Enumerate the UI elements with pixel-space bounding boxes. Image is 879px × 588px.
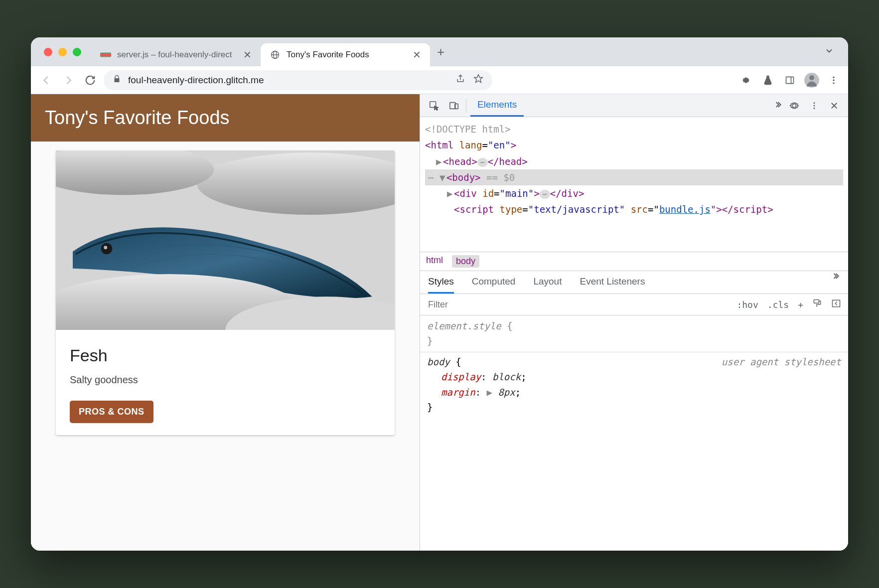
devtools-menu-icon[interactable]: [806, 98, 822, 114]
svg-point-11: [833, 82, 834, 84]
computed-sidebar-icon[interactable]: [831, 298, 841, 310]
bookmark-star-icon[interactable]: [473, 74, 483, 86]
tab-title: server.js – foul-heavenly-direct: [117, 50, 237, 60]
window-controls: [44, 48, 81, 56]
url-text: foul-heavenly-direction.glitch.me: [128, 75, 264, 86]
new-tab-button[interactable]: +: [437, 44, 444, 60]
svg-point-10: [833, 79, 834, 81]
devtools-tab-elements[interactable]: Elements: [470, 94, 524, 117]
doctype-line: <!DOCTYPE html>: [425, 124, 511, 135]
breadcrumb-html[interactable]: html: [426, 255, 443, 268]
tab-bar: server.js – foul-heavenly-direct ✕ Tony'…: [31, 37, 848, 66]
devtools-panel: Elements <!DOCTYPE html> <html lang="en"…: [420, 94, 848, 551]
more-styles-tabs-icon[interactable]: [830, 271, 840, 294]
close-window-button[interactable]: [44, 48, 52, 56]
minimize-window-button[interactable]: [58, 48, 67, 56]
more-tabs-icon[interactable]: [772, 100, 782, 112]
maximize-window-button[interactable]: [73, 48, 81, 56]
browser-window: server.js – foul-heavenly-direct ✕ Tony'…: [31, 37, 848, 551]
svg-point-8: [809, 75, 814, 80]
styles-filter-bar: :hov .cls +: [420, 294, 848, 315]
browser-tab-active[interactable]: Tony's Favorite Foods ✕: [261, 43, 430, 66]
svg-rect-28: [833, 300, 840, 306]
svg-point-23: [814, 105, 815, 106]
expand-arrow-icon[interactable]: ▶: [436, 153, 443, 169]
back-button[interactable]: [38, 72, 55, 89]
labs-icon[interactable]: [760, 73, 775, 88]
svg-point-9: [833, 76, 834, 78]
styles-tab-bar: Styles Computed Layout Event Listeners: [420, 271, 848, 294]
share-icon[interactable]: [455, 74, 465, 86]
extensions-icon[interactable]: [738, 73, 753, 88]
computed-tab[interactable]: Computed: [472, 271, 516, 294]
elements-tree[interactable]: <!DOCTYPE html> <html lang="en"> ▶<head>…: [420, 117, 848, 252]
card-body: Fesh Salty goodness PROS & CONS: [56, 330, 395, 435]
collapsed-ellipsis[interactable]: ⋯: [477, 158, 488, 167]
tab-dropdown-button[interactable]: [824, 46, 834, 58]
device-toolbar-icon[interactable]: [446, 98, 462, 114]
collapsed-ellipsis[interactable]: ⋯: [540, 190, 550, 199]
layout-tab[interactable]: Layout: [533, 271, 562, 294]
url-bar[interactable]: foul-heavenly-direction.glitch.me: [104, 70, 492, 90]
tab-favicon: [100, 49, 111, 60]
event-listeners-tab[interactable]: Event Listeners: [580, 271, 645, 294]
breadcrumb-body[interactable]: body: [452, 255, 479, 268]
element-style-rule: element.style { }: [427, 318, 841, 349]
tab-close-button[interactable]: ✕: [413, 49, 421, 61]
svg-marker-5: [474, 75, 483, 83]
address-bar: foul-heavenly-direction.glitch.me: [31, 66, 848, 94]
svg-point-16: [104, 246, 107, 249]
cls-toggle[interactable]: .cls: [767, 299, 789, 310]
food-card: Fesh Salty goodness PROS & CONS: [56, 150, 395, 435]
tab-close-button[interactable]: ✕: [243, 49, 252, 61]
paint-icon[interactable]: [812, 298, 822, 310]
body-rule: user agent stylesheet body { display: bl…: [427, 354, 841, 415]
card-subtitle: Salty goodness: [70, 374, 381, 386]
lock-icon: [113, 75, 121, 86]
chrome-menu-icon[interactable]: [826, 73, 841, 88]
side-panel-icon[interactable]: [782, 73, 797, 88]
pros-cons-button[interactable]: PROS & CONS: [70, 401, 153, 423]
card-title: Fesh: [70, 346, 381, 365]
hov-toggle[interactable]: :hov: [736, 299, 758, 310]
styles-rules[interactable]: element.style { } user agent stylesheet …: [420, 315, 848, 551]
selected-element-line[interactable]: ⋯ ▼<body> == $0: [425, 169, 843, 185]
content-area: Tony's Favorite Foods: [31, 94, 848, 551]
svg-rect-27: [814, 300, 819, 303]
svg-point-24: [814, 107, 815, 109]
elements-breadcrumb: html body: [420, 252, 848, 271]
card-image: [56, 150, 395, 330]
inspect-element-icon[interactable]: [426, 98, 442, 114]
svg-rect-6: [786, 77, 794, 83]
tab-title: Tony's Favorite Foods: [287, 50, 407, 60]
expand-arrow-icon[interactable]: ▶: [447, 185, 454, 201]
page-title-banner: Tony's Favorite Foods: [31, 94, 420, 142]
svg-point-22: [814, 102, 815, 104]
devtools-toolbar: Elements: [420, 94, 848, 117]
styles-tab[interactable]: Styles: [428, 271, 454, 294]
forward-button[interactable]: [60, 72, 77, 89]
styles-filter-input[interactable]: [427, 299, 728, 310]
svg-rect-1: [100, 53, 111, 56]
globe-icon: [270, 49, 281, 60]
new-style-rule-button[interactable]: +: [798, 299, 803, 310]
devtools-settings-icon[interactable]: [786, 98, 802, 114]
profile-avatar[interactable]: [804, 73, 819, 88]
devtools-close-icon[interactable]: [826, 98, 842, 114]
bundle-js-link[interactable]: bundle.js: [659, 204, 711, 215]
reload-button[interactable]: [82, 72, 99, 89]
browser-tab-inactive[interactable]: server.js – foul-heavenly-direct ✕: [91, 43, 261, 66]
rule-origin: user agent stylesheet: [722, 354, 841, 369]
rendered-page: Tony's Favorite Foods: [31, 94, 420, 551]
